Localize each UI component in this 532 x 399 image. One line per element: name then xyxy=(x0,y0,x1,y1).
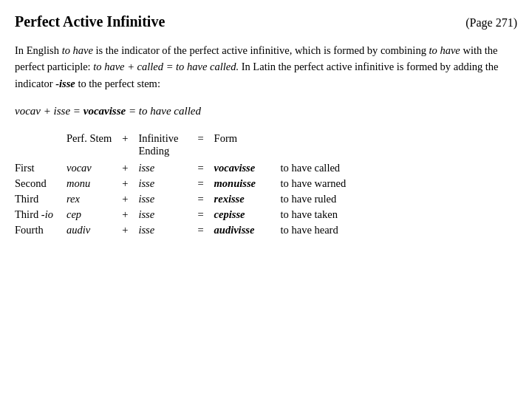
col-header-plus: + xyxy=(122,131,138,160)
intro-paragraph: In English to have is the indicator of t… xyxy=(15,42,517,92)
row-equals: = xyxy=(197,222,214,238)
col-header-form: Form xyxy=(214,131,281,160)
row-stem: monu xyxy=(66,176,122,191)
row-meaning: to have heard xyxy=(281,222,377,238)
row-stem: cep xyxy=(66,207,122,222)
row-equals: = xyxy=(197,207,214,222)
col-header-meaning xyxy=(281,131,377,160)
table-row: Fourthaudiv+isse=audivisseto have heard xyxy=(15,222,377,238)
table-row: Thirdrex+isse=rexisseto have ruled xyxy=(15,191,377,207)
row-equals: = xyxy=(197,176,214,191)
page-title: Perfect Active Infinitive xyxy=(15,13,165,30)
row-ending: isse xyxy=(138,222,197,238)
row-ending: isse xyxy=(138,191,197,207)
table-row: Third -iocep+isse=cepisseto have taken xyxy=(15,207,377,222)
table-row: Firstvocav+isse=vocavisseto have called xyxy=(15,160,377,176)
row-equals: = xyxy=(197,191,214,207)
row-plus: + xyxy=(122,160,138,176)
row-label: Fourth xyxy=(15,222,66,238)
row-label: Third -io xyxy=(15,207,66,222)
row-stem: audiv xyxy=(66,222,122,238)
row-ending: isse xyxy=(138,160,197,176)
row-form: monuisse xyxy=(214,176,281,191)
col-header-label xyxy=(15,131,66,160)
row-plus: + xyxy=(122,176,138,191)
formula-line: vocav + isse = vocavisse = to have calle… xyxy=(15,105,517,117)
col-header-stem: Perf. Stem xyxy=(66,131,122,160)
row-plus: + xyxy=(122,191,138,207)
page-header: Perfect Active Infinitive (Page 271) xyxy=(15,13,517,30)
row-meaning: to have taken xyxy=(281,207,377,222)
row-plus: + xyxy=(122,222,138,238)
row-ending: isse xyxy=(138,207,197,222)
row-form: cepisse xyxy=(214,207,281,222)
col-header-infinitive: Infinitive Ending xyxy=(138,131,197,160)
row-label: Second xyxy=(15,176,66,191)
row-plus: + xyxy=(122,207,138,222)
row-label: First xyxy=(15,160,66,176)
conjugation-table: Perf. Stem + Infinitive Ending = Form Fi… xyxy=(15,131,377,238)
row-meaning: to have ruled xyxy=(281,191,377,207)
page-number: (Page 271) xyxy=(466,16,517,30)
table-row: Secondmonu+isse=monuisseto have warned xyxy=(15,176,377,191)
row-stem: rex xyxy=(66,191,122,207)
row-meaning: to have warned xyxy=(281,176,377,191)
row-equals: = xyxy=(197,160,214,176)
col-header-equals: = xyxy=(197,131,214,160)
row-ending: isse xyxy=(138,176,197,191)
row-label: Third xyxy=(15,191,66,207)
row-form: rexisse xyxy=(214,191,281,207)
row-meaning: to have called xyxy=(281,160,377,176)
row-stem: vocav xyxy=(66,160,122,176)
row-form: vocavisse xyxy=(214,160,281,176)
row-form: audivisse xyxy=(214,222,281,238)
